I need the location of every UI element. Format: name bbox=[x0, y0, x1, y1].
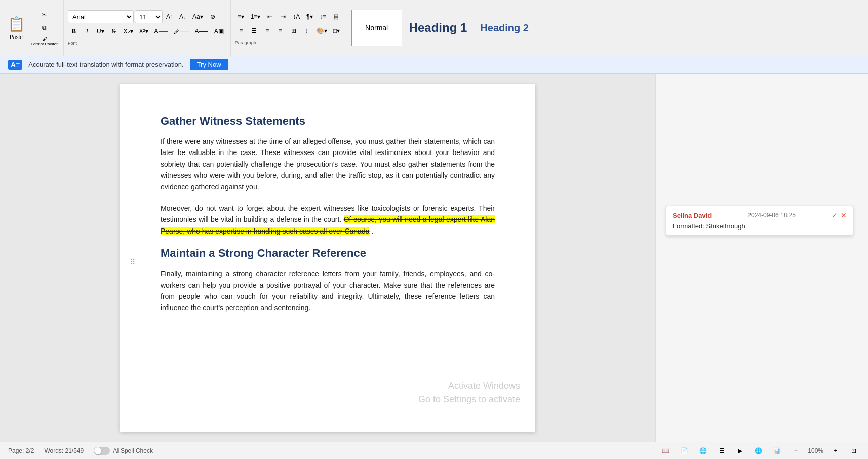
para-row2: ≡ ☰ ≡ ≡ ⊞ ↕ 🎨▾ □▾ bbox=[235, 25, 343, 37]
status-play[interactable]: ▶ bbox=[734, 445, 746, 457]
status-fit-page[interactable]: ⊡ bbox=[848, 445, 860, 457]
toggle-track[interactable] bbox=[94, 447, 110, 455]
watermark-line1: Activate Windows bbox=[418, 379, 520, 393]
comment-reject-button[interactable]: ✕ bbox=[841, 211, 847, 219]
text-border-button[interactable]: A▣ bbox=[212, 25, 226, 37]
format-painter-button[interactable]: 🖌 Format Painter bbox=[29, 35, 59, 48]
font-section-label: Font bbox=[68, 41, 226, 46]
align-center-button[interactable]: ☰ bbox=[248, 25, 260, 37]
paste-label: Paste bbox=[10, 34, 23, 40]
word-count: Words: 21/549 bbox=[44, 447, 84, 454]
style-normal[interactable]: Normal bbox=[351, 10, 402, 46]
text-color-button[interactable]: A bbox=[192, 25, 211, 37]
paragraph-section-label: Paragraph bbox=[235, 40, 343, 45]
copy-button[interactable]: ⧉ bbox=[29, 22, 59, 34]
status-read-mode[interactable]: 📖 bbox=[659, 445, 672, 457]
watermark: Activate Windows Go to Settings to activ… bbox=[418, 379, 520, 406]
columns2-button[interactable]: ⊞ bbox=[288, 25, 300, 37]
zoom-level: 100% bbox=[808, 447, 823, 454]
status-print-layout[interactable]: 📄 bbox=[678, 445, 691, 457]
comment-bubble: Selina David 2024-09-06 18:25 ✓ ✕ Format… bbox=[666, 206, 853, 236]
subscript-button[interactable]: X₂▾ bbox=[121, 25, 136, 37]
change-case-button[interactable]: Aa▾ bbox=[190, 11, 206, 23]
status-right: 📖 📄 🌐 ☰ ▶ 🌐 📊 − 100% + ⊡ bbox=[659, 445, 860, 457]
comment-header: Selina David 2024-09-06 18:25 ✓ ✕ bbox=[673, 211, 847, 219]
para-gather-witness: If there were any witnesses at the time … bbox=[161, 136, 495, 193]
drag-handle[interactable]: ⠿ bbox=[130, 258, 135, 266]
format-painter-label: Format Painter bbox=[31, 42, 58, 46]
underline-button[interactable]: U▾ bbox=[94, 25, 107, 37]
ai-spell-check-label: AI Spell Check bbox=[113, 447, 153, 454]
italic-button[interactable]: I bbox=[81, 25, 93, 37]
paste-group: 📋 Paste ✂ ⧉ 🖌 Format Painter bbox=[4, 5, 59, 51]
columns-button[interactable]: ⌸ bbox=[330, 11, 342, 23]
para-expert-after: . bbox=[371, 227, 373, 235]
try-now-button[interactable]: Try Now bbox=[190, 59, 228, 70]
status-language[interactable]: 🌐 bbox=[752, 445, 765, 457]
status-outline[interactable]: ☰ bbox=[716, 445, 728, 457]
para-expert-witness: Moreover, do not want to forget about th… bbox=[161, 203, 495, 237]
comment-author: Selina David bbox=[673, 212, 712, 219]
comment-actions: ✓ ✕ bbox=[832, 211, 847, 219]
para-character-reference: Finally, maintaining a strong character … bbox=[161, 268, 495, 314]
align-left-button[interactable]: ≡ bbox=[235, 25, 247, 37]
heading-character-reference: Maintain a Strong Character Reference bbox=[161, 247, 495, 260]
document-scroll[interactable]: ⠿ Gather Witness Statements If there wer… bbox=[0, 74, 655, 442]
format-painter-icon: 🖌 bbox=[42, 36, 47, 42]
page-info: Page: 2/2 bbox=[8, 447, 34, 454]
cut-button[interactable]: ✂ bbox=[29, 9, 59, 21]
toggle-knob bbox=[94, 447, 101, 454]
line-spacing-button[interactable]: ↕≡ bbox=[317, 11, 329, 23]
right-panel: Selina David 2024-09-06 18:25 ✓ ✕ Format… bbox=[655, 74, 868, 442]
font-size-select[interactable]: 11 bbox=[135, 10, 163, 23]
styles-gallery: Normal Heading 1 Heading 2 bbox=[351, 5, 864, 51]
translation-message: Accurate full-text translation with form… bbox=[28, 61, 183, 68]
bullets-button[interactable]: ≡▾ bbox=[235, 11, 247, 23]
shrink-font-button[interactable]: A↓ bbox=[177, 11, 189, 23]
comment-text: Formatted: Strikethrough bbox=[673, 222, 847, 230]
toolbar: 📋 Paste ✂ ⧉ 🖌 Format Painter Arial 11 A↑ bbox=[0, 0, 868, 56]
increase-indent-button[interactable]: ⇥ bbox=[277, 11, 289, 23]
heading-gather-witness: Gather Witness Statements bbox=[161, 114, 495, 128]
sort-button[interactable]: ↕A bbox=[290, 11, 302, 23]
style-normal-label: Normal bbox=[365, 24, 388, 32]
ai-spell-check-toggle[interactable]: AI Spell Check bbox=[94, 447, 153, 455]
status-zoom-in[interactable]: + bbox=[830, 445, 842, 457]
font-color-button[interactable]: A bbox=[152, 25, 170, 37]
clear-format-button[interactable]: ⊘ bbox=[207, 11, 219, 23]
style-heading1[interactable]: Heading 1 bbox=[403, 19, 474, 37]
status-word-count-btn[interactable]: 📊 bbox=[771, 445, 783, 457]
show-marks-button[interactable]: ¶▾ bbox=[303, 11, 315, 23]
paste-button[interactable]: 📋 Paste bbox=[4, 5, 28, 51]
align-right-button[interactable]: ≡ bbox=[261, 25, 273, 37]
font-section: Arial 11 A↑ A↓ Aa▾ ⊘ B I U▾ S̶ X₂▾ X²▾ A… bbox=[64, 0, 231, 56]
document-area: ⠿ Gather Witness Statements If there wer… bbox=[0, 74, 868, 442]
comment-accept-button[interactable]: ✓ bbox=[832, 211, 838, 219]
numbering-button[interactable]: 1≡▾ bbox=[248, 11, 263, 23]
status-web-layout[interactable]: 🌐 bbox=[697, 445, 709, 457]
bold-button[interactable]: B bbox=[68, 25, 80, 37]
shading-button[interactable]: 🎨▾ bbox=[314, 25, 330, 37]
strikethrough-button[interactable]: S̶ bbox=[108, 25, 120, 37]
font-family-select[interactable]: Arial bbox=[68, 10, 134, 23]
justify-button[interactable]: ≡ bbox=[274, 25, 287, 37]
font-row1: Arial 11 A↑ A↓ Aa▾ ⊘ bbox=[68, 10, 226, 23]
clipboard-section: 📋 Paste ✂ ⧉ 🖌 Format Painter bbox=[0, 0, 64, 56]
translation-bar: A≡ Accurate full-text translation with f… bbox=[0, 56, 868, 74]
font-row2: B I U▾ S̶ X₂▾ X²▾ A 🖊 A A▣ bbox=[68, 25, 226, 37]
decrease-indent-button[interactable]: ⇤ bbox=[264, 11, 276, 23]
border-button[interactable]: □▾ bbox=[331, 25, 343, 37]
style-heading2[interactable]: Heading 2 bbox=[474, 20, 535, 36]
paste-icon: 📋 bbox=[8, 16, 25, 32]
translation-icon: A≡ bbox=[8, 60, 22, 70]
status-zoom-out[interactable]: − bbox=[790, 445, 802, 457]
watermark-line2: Go to Settings to activate bbox=[418, 393, 520, 406]
highlight-color-button[interactable]: 🖊 bbox=[171, 25, 191, 37]
comment-date: 2024-09-06 18:25 bbox=[747, 212, 796, 219]
line-spacing2-button[interactable]: ↕ bbox=[301, 25, 313, 37]
superscript-button[interactable]: X²▾ bbox=[137, 25, 151, 37]
para-row1: ≡▾ 1≡▾ ⇤ ⇥ ↕A ¶▾ ↕≡ ⌸ bbox=[235, 11, 343, 23]
status-bar: Page: 2/2 Words: 21/549 AI Spell Check 📖… bbox=[0, 442, 868, 459]
document-page: ⠿ Gather Witness Statements If there wer… bbox=[120, 84, 535, 432]
grow-font-button[interactable]: A↑ bbox=[164, 11, 176, 23]
